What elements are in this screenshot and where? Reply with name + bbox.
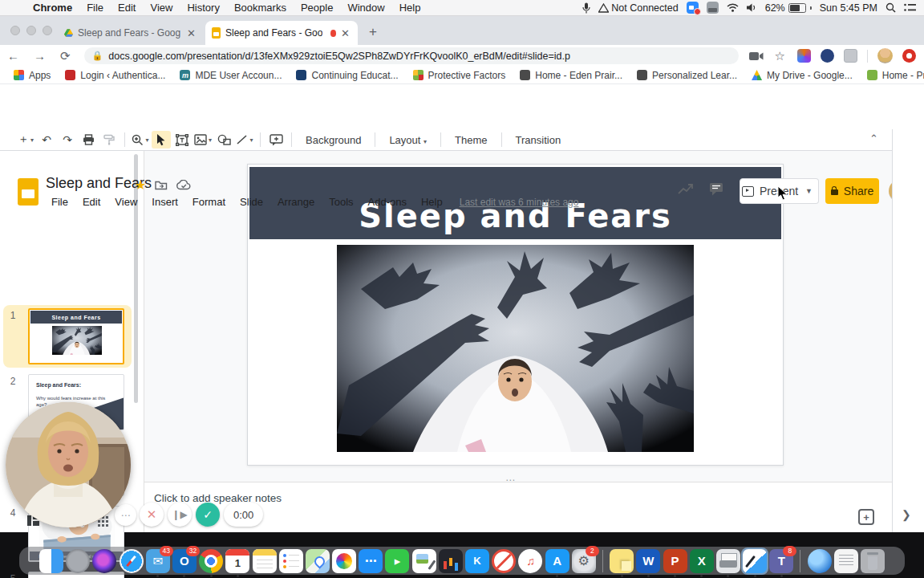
starred-icon[interactable]: ★ bbox=[135, 177, 146, 193]
window-minimize-button[interactable] bbox=[26, 26, 36, 35]
bookmark-protective-factors[interactable]: Protective Factors bbox=[406, 70, 513, 81]
dock-teams-icon[interactable]: T 8 bbox=[769, 549, 793, 573]
tab-close-icon[interactable]: ✕ bbox=[339, 27, 351, 39]
menu-clock[interactable]: Sun 5:45 PM bbox=[820, 2, 877, 14]
redo-button[interactable]: ↷ bbox=[58, 131, 77, 149]
recording-preview-button[interactable]: ❙▶ bbox=[168, 503, 192, 527]
app-menu-arrange[interactable]: Arrange bbox=[272, 195, 320, 209]
print-button[interactable] bbox=[79, 131, 98, 149]
reload-button[interactable]: ⟳ bbox=[53, 49, 78, 63]
dock-messages-icon[interactable]: ⋯ bbox=[359, 549, 383, 573]
recording-cancel-button[interactable]: ✕ bbox=[140, 503, 164, 527]
camera-capture-icon[interactable] bbox=[749, 51, 764, 61]
app-menu-file[interactable]: File bbox=[46, 195, 74, 209]
notification-center-icon[interactable] bbox=[904, 3, 916, 12]
bookmark-home-eden-prair[interactable]: Home - Eden Prair... bbox=[513, 70, 630, 81]
present-dropdown-button[interactable]: ▼ bbox=[800, 178, 819, 204]
dock-facetime-icon[interactable]: ▸ bbox=[385, 549, 409, 573]
slides-app-logo[interactable] bbox=[18, 178, 38, 206]
app-menu-slide[interactable]: Slide bbox=[234, 195, 269, 209]
layout-button[interactable]: Layout ▾ bbox=[381, 134, 435, 146]
volume-icon[interactable] bbox=[747, 3, 757, 12]
dock-mail-icon[interactable]: ✉ 43 bbox=[146, 549, 170, 573]
last-edit-link[interactable]: Last edit was 6 minutes ago bbox=[460, 195, 579, 209]
battery-indicator[interactable]: 62% bbox=[765, 2, 812, 14]
zoom-app-status-icon[interactable] bbox=[687, 2, 699, 14]
zoom-button[interactable]: ▾ bbox=[131, 131, 150, 149]
new-tab-button[interactable]: + bbox=[369, 24, 377, 40]
explore-button[interactable]: + bbox=[858, 509, 874, 525]
dock-launchpad-icon[interactable] bbox=[66, 549, 90, 573]
dock-word-icon[interactable]: W bbox=[636, 549, 660, 573]
microphone-icon[interactable] bbox=[582, 2, 590, 14]
bookmark-personalized-lear[interactable]: Personalized Lear... bbox=[630, 70, 744, 81]
dock-preview-icon[interactable] bbox=[412, 549, 436, 573]
app-menu-add-ons[interactable]: Add-ons bbox=[363, 195, 412, 209]
app-menu-help[interactable]: Help bbox=[415, 195, 448, 209]
transition-button[interactable]: Transition bbox=[508, 134, 569, 146]
move-folder-icon[interactable] bbox=[155, 180, 168, 190]
dock-printer-icon[interactable] bbox=[716, 549, 740, 573]
app-menu-tools[interactable]: Tools bbox=[323, 195, 359, 209]
tab-google-drive[interactable]: Sleep and Fears - Google Driv ✕ bbox=[58, 21, 204, 45]
new-slide-button[interactable]: ＋▾ bbox=[16, 131, 35, 149]
slide-image-child-fears[interactable] bbox=[337, 245, 694, 452]
select-tool-button[interactable] bbox=[152, 131, 171, 149]
dock-screen-recorder-icon[interactable] bbox=[743, 549, 767, 573]
dock-maps-icon[interactable] bbox=[306, 549, 330, 573]
extension-blue-icon[interactable] bbox=[821, 49, 834, 63]
dock-siri-icon[interactable] bbox=[92, 549, 116, 573]
dock-photos-icon[interactable] bbox=[332, 549, 356, 573]
app-menu-edit[interactable]: Edit bbox=[77, 195, 106, 209]
bookmark-login-authentica[interactable]: Login ‹ Authentica... bbox=[58, 70, 172, 81]
background-button[interactable]: Background bbox=[298, 134, 369, 146]
more-options-button[interactable]: ⋯ bbox=[115, 504, 136, 526]
bookmark-star-icon[interactable]: ☆ bbox=[768, 49, 792, 63]
insert-image-button[interactable]: ▾ bbox=[193, 131, 213, 149]
dock-chrome-icon[interactable] bbox=[199, 549, 223, 573]
share-button[interactable]: Share bbox=[825, 178, 879, 204]
bookmark-continuing-educat[interactable]: Continuing Educat... bbox=[289, 70, 405, 81]
dock-charts-icon[interactable] bbox=[439, 549, 463, 573]
dock-reminders-icon[interactable] bbox=[279, 549, 303, 573]
window-zoom-button[interactable] bbox=[43, 26, 52, 35]
dock-app-store-icon[interactable]: A bbox=[545, 549, 569, 573]
window-close-button[interactable] bbox=[10, 26, 20, 35]
insert-shape-button[interactable] bbox=[214, 131, 233, 149]
insert-line-button[interactable]: ▾ bbox=[235, 131, 254, 149]
bookmark-mde-user-accoun[interactable]: mMDE User Accoun... bbox=[172, 70, 289, 81]
dock-trash-icon[interactable] bbox=[861, 549, 885, 573]
collapse-toolbar-chevron[interactable]: ⌃ bbox=[869, 132, 878, 144]
network-status[interactable]: Not Connected bbox=[598, 2, 678, 14]
spotlight-search-icon[interactable] bbox=[886, 2, 896, 13]
tab-close-icon[interactable]: ✕ bbox=[185, 27, 197, 39]
cloud-saved-icon[interactable] bbox=[176, 180, 191, 190]
insert-comment-button[interactable] bbox=[266, 131, 286, 149]
app-menu-format[interactable]: Format bbox=[187, 195, 231, 209]
bookmark-home-prairie-lut[interactable]: Home - Prairie Lut... bbox=[860, 70, 924, 81]
extension-red-icon[interactable] bbox=[902, 49, 916, 63]
dock-network-icon[interactable] bbox=[808, 549, 832, 573]
dock-excel-icon[interactable]: X bbox=[690, 549, 714, 573]
bookmark-my-drive-google[interactable]: My Drive - Google... bbox=[744, 70, 860, 81]
wifi-icon[interactable] bbox=[727, 3, 739, 12]
thumbnail-slide-1[interactable]: Sleep and Fears bbox=[28, 308, 124, 364]
theme-button[interactable]: Theme bbox=[447, 134, 495, 146]
dock-news-icon[interactable] bbox=[492, 549, 516, 573]
text-box-button[interactable] bbox=[172, 131, 192, 149]
back-button[interactable]: ← bbox=[0, 49, 26, 63]
dock-archive-icon[interactable] bbox=[834, 549, 858, 573]
dock-calendar-icon[interactable]: 1 bbox=[225, 549, 249, 573]
side-panel-expand-chevron[interactable]: ❯ bbox=[902, 508, 911, 521]
speaker-notes-placeholder[interactable]: Click to add speaker notes bbox=[154, 492, 282, 504]
extension-grid-icon[interactable] bbox=[844, 49, 857, 63]
dock-safari-icon[interactable] bbox=[120, 549, 144, 573]
menu-app-name[interactable]: Chrome bbox=[26, 2, 79, 14]
address-bar[interactable]: 🔒 docs.google.com/presentation/d/13feXMx… bbox=[84, 47, 739, 64]
mdm-status-icon[interactable] bbox=[707, 2, 719, 14]
activity-dashboard-icon[interactable] bbox=[678, 182, 694, 197]
recording-finish-button[interactable]: ✓ bbox=[196, 503, 220, 527]
dock-music-icon[interactable]: ♫ bbox=[518, 549, 542, 573]
comment-history-icon[interactable] bbox=[709, 182, 725, 197]
dock-notes-icon[interactable] bbox=[253, 549, 277, 573]
